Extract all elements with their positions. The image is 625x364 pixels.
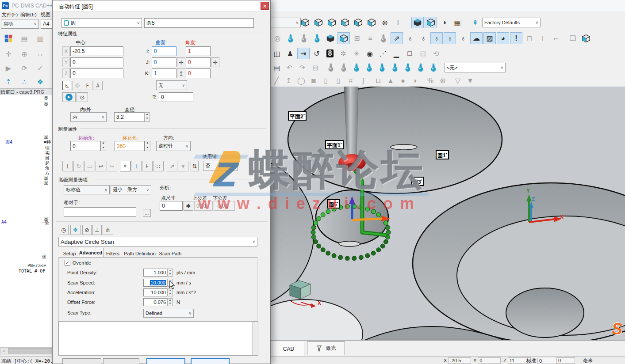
- probe-t-icon[interactable]: [402, 62, 414, 73]
- feature-label-圆3[interactable]: 圆3*: [411, 177, 424, 186]
- shade-toggle-icon[interactable]: ◕: [497, 32, 509, 44]
- view-cube-x-minus-icon[interactable]: [339, 17, 351, 28]
- center-y-field[interactable]: 0: [70, 57, 123, 67]
- window-edit-icon[interactable]: ❑: [567, 32, 579, 44]
- box-probe-icon[interactable]: [324, 32, 337, 44]
- percent-icon[interactable]: %: [425, 76, 436, 86]
- probe-comp-off-icon[interactable]: ✲: [337, 48, 349, 59]
- filter-icon[interactable]: ▽: [452, 76, 464, 86]
- probe-disabled-icon[interactable]: [377, 32, 390, 44]
- play-program-icon[interactable]: ▶: [1, 62, 16, 74]
- edit-line[interactable]: =坐: [42, 220, 49, 226]
- move-out-button[interactable]: ↪: [107, 161, 117, 171]
- view-iso-icon[interactable]: ⊛: [379, 17, 391, 28]
- round-slot-icon[interactable]: ◙: [308, 76, 319, 86]
- pin-mode-button[interactable]: ⦾: [73, 81, 82, 90]
- cube-gear-icon[interactable]: [580, 32, 592, 44]
- blob-feature-icon[interactable]: ◗: [410, 76, 421, 86]
- redo-icon[interactable]: ↷: [296, 62, 308, 73]
- probe-k-icon[interactable]: [414, 62, 426, 73]
- startup-combo[interactable]: 启动∨: [1, 19, 39, 29]
- edit-line[interactable]: =特: [44, 139, 51, 145]
- browse-button[interactable]: ...: [143, 209, 151, 217]
- tolerance-toggle-button[interactable]: ✱: [184, 201, 193, 211]
- sphere-move-icon[interactable]: [325, 62, 337, 73]
- diameter-spinner[interactable]: ▲▼: [144, 112, 150, 122]
- align-feature-4-icon[interactable]: ♁: [444, 32, 456, 44]
- point-feature-icon[interactable]: ↥: [283, 76, 295, 86]
- line-feature-icon[interactable]: ╱: [271, 76, 282, 86]
- menu-编辑(E)[interactable]: 编辑(E): [20, 11, 37, 18]
- center-strategy-button[interactable]: ⌖: [120, 161, 130, 171]
- dialog-bottom-button-4[interactable]: [191, 358, 230, 364]
- dialog-bottom-button-2[interactable]: [103, 358, 139, 364]
- tab-setup[interactable]: Setup: [61, 250, 78, 258]
- surface-i-field[interactable]: 0: [152, 46, 176, 56]
- touch-strategy-button[interactable]: ⊥: [131, 161, 142, 171]
- tab-scan-path[interactable]: Scan Path: [157, 250, 183, 258]
- relative-to-field[interactable]: [64, 207, 136, 217]
- offset-mode-button[interactable]: ⊦: [83, 81, 92, 90]
- edit-line[interactable]: A4: [1, 220, 7, 224]
- cad-viewport[interactable]: 平面2*平面1*圆1*圆3*圆5* Y Z X X: [270, 87, 625, 340]
- rotate-ccw-icon[interactable]: ↺: [311, 48, 323, 59]
- target-icon[interactable]: ⊕: [17, 48, 32, 60]
- tool-clamp-icon[interactable]: ⊓: [523, 32, 536, 44]
- gem-target-icon[interactable]: ◉: [364, 48, 376, 59]
- pattern-icon[interactable]: ▤: [271, 62, 283, 73]
- dialog-bottom-button-3[interactable]: [146, 358, 185, 364]
- minimize-icon[interactable]: ▁: [390, 48, 403, 59]
- edit-line[interactable]: 坐: [42, 254, 46, 260]
- program-window-icon[interactable]: [1, 32, 16, 45]
- save-as-icon[interactable]: ▥: [33, 32, 48, 45]
- sphere-feature-icon[interactable]: ●: [397, 76, 409, 86]
- print-icon[interactable]: ⊟: [309, 62, 321, 73]
- edit-line[interactable]: 显: [44, 101, 48, 107]
- edit-line[interactable]: PN=case: [27, 263, 46, 268]
- distance-icon[interactable]: ↔: [33, 48, 48, 60]
- angle-j-field[interactable]: 0: [186, 57, 211, 67]
- probe-list-icon[interactable]: [389, 62, 401, 73]
- feature-label-圆5[interactable]: 圆5*: [327, 199, 340, 209]
- view-cube-z-minus-icon[interactable]: [312, 17, 325, 28]
- tab-filters[interactable]: Filters: [104, 250, 122, 258]
- edit-line[interactable]: 圆4: [5, 139, 12, 145]
- cube-rotate-icon[interactable]: ⇗: [391, 32, 403, 44]
- notch-feature-icon[interactable]: ▯: [333, 76, 344, 86]
- align-feature-2-icon[interactable]: ♁: [417, 32, 429, 44]
- diameter-field[interactable]: 8.2: [114, 112, 144, 122]
- factory-defaults-combo[interactable]: Factory Defaults∨: [482, 18, 541, 27]
- vector-mode-button[interactable]: ⊾: [62, 81, 72, 90]
- tool-corner-icon[interactable]: ⌐: [550, 32, 562, 44]
- save-icon[interactable]: ▤: [17, 32, 32, 45]
- goto-position-icon[interactable]: ⇥: [297, 48, 310, 59]
- rotate-path-button[interactable]: ↻: [73, 161, 84, 171]
- move-in-button[interactable]: ↩: [96, 161, 106, 171]
- move-cross-icon[interactable]: ✛: [1, 48, 16, 60]
- probe-comp-icon[interactable]: ✳: [350, 48, 363, 59]
- scan-strategy-combo[interactable]: Adaptive Circle Scan∨: [58, 237, 257, 246]
- path-toggle-icon[interactable]: ⋔: [103, 225, 113, 235]
- jump-up-icon[interactable]: ⇡: [1, 76, 16, 87]
- scan-type-combo[interactable]: Defined∨: [143, 309, 194, 318]
- edit-line[interactable]: TOTAL # OF: [19, 269, 45, 273]
- z-axis-button[interactable]: Z: [62, 68, 70, 78]
- align-feature-1-icon[interactable]: ♁: [404, 32, 416, 44]
- cube-select-icon[interactable]: [337, 32, 350, 44]
- filter-toggle-button[interactable]: ▼: [178, 161, 188, 171]
- view-normal-icon[interactable]: ⊥: [392, 17, 404, 28]
- sphere-tool-icon[interactable]: [337, 62, 349, 73]
- view-cube-y-minus-icon[interactable]: [365, 17, 378, 28]
- maximize-icon[interactable]: □: [403, 48, 416, 59]
- feature-label-圆1[interactable]: 圆1*: [436, 150, 449, 159]
- tab-advanced[interactable]: Advanced: [78, 248, 104, 258]
- circle-feature-icon[interactable]: ◯: [295, 76, 307, 86]
- param-spinner-0[interactable]: ▲▼: [167, 269, 173, 277]
- surface-j-field[interactable]: 0: [152, 57, 176, 67]
- end-angle-field[interactable]: 360: [115, 141, 145, 151]
- cloud-points-icon[interactable]: ☁: [470, 32, 483, 44]
- grid-view-icon[interactable]: ▦: [451, 17, 464, 28]
- anchor-point-button[interactable]: ⊥: [62, 161, 73, 171]
- grid-mode-button[interactable]: #: [93, 81, 103, 90]
- feature-label-平面1[interactable]: 平面1*: [325, 140, 344, 149]
